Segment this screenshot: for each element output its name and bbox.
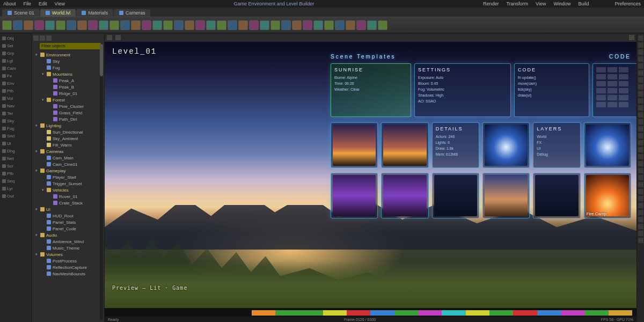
hud-card[interactable]	[331, 122, 378, 168]
mode-row[interactable]: Sel	[1, 43, 31, 49]
toolbar-button[interactable]	[163, 20, 173, 30]
tree-item[interactable]: ▾Vehicles	[35, 187, 103, 193]
tree-item[interactable]: ▾Cameras	[35, 148, 103, 155]
mode-row[interactable]: Dbg	[1, 148, 31, 154]
tree-item[interactable]: ▾UI	[35, 206, 103, 213]
timeline-segment[interactable]	[489, 310, 513, 316]
mini-swatch[interactable]	[596, 88, 606, 93]
toolbar-button[interactable]	[142, 20, 151, 30]
mini-swatch[interactable]	[596, 102, 606, 107]
tree-item[interactable]: Path_Dirt	[35, 116, 103, 122]
toolbar-button[interactable]	[109, 20, 119, 30]
menu-edit[interactable]: Edit	[39, 1, 47, 6]
timeline-segment[interactable]	[418, 310, 442, 316]
toolbar-button[interactable]	[367, 20, 377, 30]
timeline-segment[interactable]	[513, 310, 537, 316]
doc-tab-materials[interactable]: Materials	[76, 9, 113, 17]
toolbar-button[interactable]	[45, 20, 55, 30]
toolbar-button[interactable]	[228, 20, 237, 30]
doc-tab-scene[interactable]: Scene 01	[2, 9, 40, 17]
inspector-slot[interactable]	[638, 203, 643, 208]
menu-build[interactable]: Build	[578, 1, 589, 6]
mode-row[interactable]: Cam	[1, 65, 31, 71]
inspector-slot[interactable]	[638, 196, 643, 201]
inspector-slot[interactable]	[638, 161, 643, 166]
toolbar-button[interactable]	[249, 20, 259, 30]
inspector-slot[interactable]	[638, 56, 643, 62]
mode-row[interactable]: Pth	[1, 88, 31, 94]
timeline-segment[interactable]	[299, 310, 323, 316]
mini-swatch[interactable]	[608, 67, 617, 72]
inspector-slot[interactable]	[638, 182, 643, 187]
mode-row[interactable]: Nav	[1, 103, 31, 109]
tree-item[interactable]: Player_Start	[35, 174, 103, 180]
toolbar-button[interactable]	[313, 20, 323, 30]
mini-swatch[interactable]	[619, 81, 628, 86]
menu-render[interactable]: Render	[483, 1, 499, 6]
toolbar-button[interactable]	[185, 20, 194, 30]
inspector-slot[interactable]	[638, 168, 643, 173]
mode-row[interactable]: Seq	[1, 178, 31, 184]
timeline-segment[interactable]	[394, 310, 418, 316]
tree-item[interactable]: ▾Lighting	[35, 122, 103, 129]
inspector-slot[interactable]	[638, 98, 643, 104]
doc-tab-world[interactable]: World.lvl	[40, 9, 76, 17]
tree-item[interactable]: Trigger_Sunset	[35, 180, 103, 187]
tree-item[interactable]: HUD_Root	[35, 213, 103, 219]
hud-card[interactable]	[482, 173, 530, 218]
toolbar-button[interactable]	[238, 20, 248, 30]
inspector-slot[interactable]	[638, 238, 643, 243]
menu-preferences[interactable]: Preferences	[614, 1, 641, 6]
toolbar-button[interactable]	[324, 20, 334, 30]
mode-row[interactable]: Obj	[1, 35, 31, 41]
toolbar-button[interactable]	[67, 20, 76, 30]
toolbar-button[interactable]	[152, 20, 162, 30]
timeline-segment[interactable]	[609, 310, 632, 316]
inspector-slot[interactable]	[638, 91, 643, 97]
menu-window[interactable]: Window	[553, 1, 570, 6]
hud-card[interactable]: Codefn update() move(cam) tick(sky) draw…	[514, 63, 589, 117]
tree-item[interactable]: Sky	[35, 58, 103, 64]
inspector-slot[interactable]	[638, 175, 643, 180]
inspector-slot[interactable]	[638, 84, 643, 90]
tree-item[interactable]: NavMeshBounds	[35, 270, 103, 277]
inspector-slot[interactable]	[638, 154, 643, 159]
toolbar-button[interactable]	[24, 20, 33, 30]
mini-swatch[interactable]	[608, 74, 617, 79]
tree-item[interactable]: Music_Theme	[35, 245, 103, 251]
mode-row[interactable]: Grp	[1, 50, 31, 56]
viewport[interactable]: Level_01 Scene Templates CODE SunriseBio…	[105, 33, 636, 322]
mode-row[interactable]: Vol	[1, 96, 31, 101]
hud-card[interactable]: DetailsActors: 248Lights: 6Draw: 1.8kMem…	[432, 122, 479, 168]
hud-card[interactable]	[482, 122, 530, 168]
inspector-slot[interactable]	[638, 77, 643, 83]
menu-about[interactable]: About	[3, 1, 16, 6]
tree-item[interactable]: ▾Mountains	[35, 71, 103, 77]
timeline-segment[interactable]	[347, 310, 370, 316]
tree-item[interactable]: Panel_Stats	[35, 219, 103, 225]
hud-card[interactable]	[381, 122, 428, 168]
mode-row[interactable]: Pfb	[1, 171, 31, 177]
tree-item[interactable]: Grass_Field	[35, 109, 103, 116]
tree-item[interactable]: Ridge_01	[35, 90, 103, 97]
scrollbar[interactable]	[100, 44, 103, 320]
hierarchy-tab-icon[interactable]	[40, 35, 45, 41]
toolbar-button[interactable]	[281, 20, 291, 30]
hud-card[interactable]	[592, 63, 636, 117]
mini-swatch[interactable]	[608, 88, 617, 93]
mini-swatch[interactable]	[596, 95, 606, 100]
tree-item[interactable]: ▾Forest	[35, 97, 103, 103]
toolbar-button[interactable]	[131, 20, 141, 30]
mini-swatch[interactable]	[619, 102, 628, 107]
inspector-slot[interactable]	[638, 49, 643, 55]
mode-row[interactable]: Env	[1, 80, 31, 86]
tree-item[interactable]: ▾Audio	[35, 232, 103, 238]
mode-row[interactable]: Net	[1, 156, 31, 162]
toolbar-button[interactable]	[174, 20, 184, 30]
mode-row[interactable]: Snd	[1, 133, 31, 139]
toolbar-button[interactable]	[56, 20, 65, 30]
tree-item[interactable]: Panel_Code	[35, 225, 103, 232]
tree-item[interactable]: Rover_01	[35, 193, 103, 200]
menu-view-r[interactable]: View	[536, 1, 546, 6]
timeline-segment[interactable]	[466, 310, 489, 316]
